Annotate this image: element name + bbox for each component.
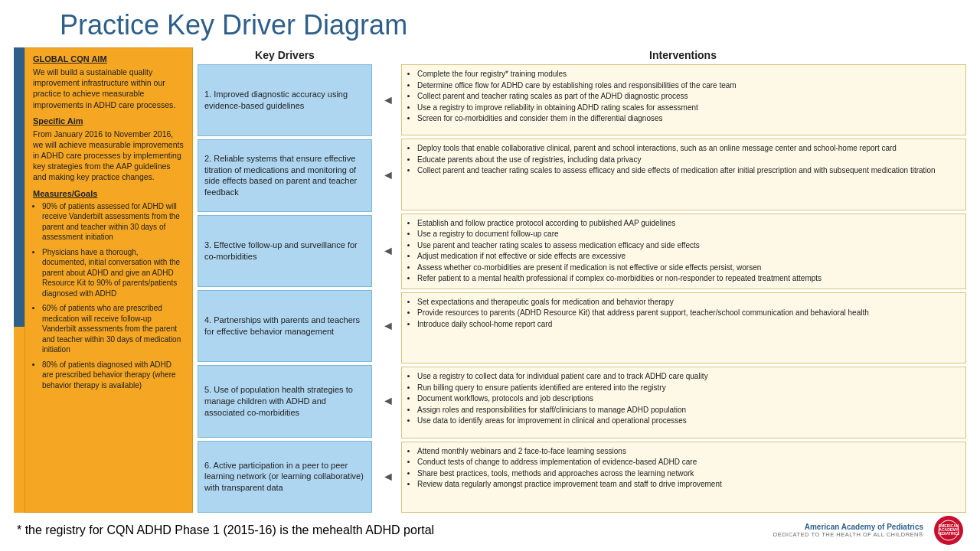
intervention-list-2: Deploy tools that enable collaborative c… (408, 143, 936, 177)
intervention-box-4: Set expectations and therapeutic goals f… (401, 292, 966, 364)
int-2-item-1: Deploy tools that enable collaborative c… (417, 143, 936, 154)
key-drivers-header: Key Drivers (198, 47, 372, 64)
drivers-list: 1. Improved diagnostic accuracy using ev… (198, 64, 372, 513)
accent-top (14, 47, 24, 327)
measures-title: Measures/Goals (33, 189, 185, 198)
int-2-item-2: Educate parents about the use of registr… (417, 155, 936, 165)
driver-6-text: 6. Active participation in a peer to pee… (204, 460, 365, 494)
int-3-item-4: Adjust medication if not effective or si… (417, 251, 822, 262)
driver-1-text: 1. Improved diagnostic accuracy using ev… (204, 89, 365, 112)
arrow-2: ◄ (377, 139, 400, 211)
measures-list: 90% of patients assessed for ADHD will r… (33, 201, 185, 391)
intervention-box-2: Deploy tools that enable collaborative c… (401, 139, 966, 210)
intervention-box-5: Use a registry to collect data for indiv… (401, 367, 966, 438)
accent-bottom (14, 327, 24, 513)
intervention-list-4: Set expectations and therapeutic goals f… (408, 297, 869, 331)
arrow-column: ◄ ◄ ◄ ◄ ◄ ◄ (377, 64, 400, 513)
driver-5-text: 5. Use of population health strategies t… (204, 384, 365, 419)
driver-box-2: 2. Reliable systems that ensure effectiv… (198, 139, 372, 211)
intervention-box-6: Attend monthly webinars and 2 face-to-fa… (401, 442, 966, 513)
int-4-item-2: Provide resources to parents (ADHD Resou… (417, 308, 869, 318)
intervention-box-1: Complete the four registry* training mod… (401, 64, 966, 135)
driver-2-text: 2. Reliable systems that ensure effectiv… (204, 153, 365, 198)
footer-note-text: * the registry for CQN ADHD Phase 1 (201… (17, 523, 434, 536)
driver-3-text: 3. Effective follow-up and surveillance … (204, 240, 365, 262)
int-6-item-2: Conduct tests of change to address imple… (417, 457, 722, 468)
interventions-column: Complete the four registry* training mod… (400, 64, 966, 513)
int-5-item-5: Use data to identify areas for improveme… (417, 416, 708, 426)
measure-item-2: Physicians have a thorough, documented, … (42, 247, 185, 299)
svg-text:PEDIATRICS: PEDIATRICS (938, 531, 959, 536)
int-3-item-1: Establish and follow practice protocol a… (417, 218, 822, 229)
int-2-item-3: Collect parent and teacher rating scales… (417, 165, 936, 176)
int-1-item-2: Determine office flow for ADHD care by e… (417, 80, 737, 91)
int-4-item-3: Introduce daily school-home report card (417, 319, 869, 330)
int-6-item-4: Review data regularly amongst practice i… (417, 479, 722, 490)
aap-logo-svg: AMERICAN ACADEMY PEDIATRICS (938, 520, 959, 541)
int-3-item-3: Use parent and teacher rating scales to … (417, 240, 822, 251)
global-aim-text: We will build a sustainable quality impr… (33, 67, 185, 110)
page: Practice Key Driver Diagram GLOBAL CQN A… (0, 0, 980, 551)
driver-4-text: 4. Partnerships with parents and teacher… (204, 315, 365, 337)
footer-logo-sub: DEDICATED TO THE HEALTH OF ALL CHILDREN® (773, 531, 923, 538)
int-3-item-5: Assess whether co-morbidities are presen… (417, 262, 822, 273)
int-4-item-1: Set expectations and therapeutic goals f… (417, 297, 869, 308)
footer-logo-name: American Academy of Pediatrics (773, 523, 923, 531)
interventions-header: Interventions (400, 47, 966, 64)
int-3-item-6: Refer patient to a mental health profess… (417, 273, 822, 284)
measure-item-1: 90% of patients assessed for ADHD will r… (42, 201, 185, 243)
int-1-item-3: Collect parent and teacher rating scales… (417, 91, 737, 102)
arrow-1: ◄ (377, 64, 400, 136)
driver-box-5: 5. Use of population health strategies t… (198, 365, 372, 437)
specific-aim-text: From January 2016 to November 2016, we w… (33, 129, 185, 183)
footer-note: * the registry for CQN ADHD Phase 1 (201… (17, 523, 434, 537)
measure-item-3: 60% of patients who are prescribed medic… (42, 303, 185, 355)
arrow-5: ◄ (377, 365, 400, 437)
int-6-item-1: Attend monthly webinars and 2 face-to-fa… (417, 446, 722, 457)
int-1-item-1: Complete the four registry* training mod… (417, 69, 737, 80)
aap-logo-circle: AMERICAN ACADEMY PEDIATRICS (934, 516, 963, 545)
interventions-list: Complete the four registry* training mod… (401, 64, 966, 513)
int-1-item-4: Use a registry to improve reliability in… (417, 103, 737, 113)
key-drivers-column: 1. Improved diagnostic accuracy using ev… (193, 64, 377, 513)
arrow-4: ◄ (377, 290, 400, 362)
int-5-item-1: Use a registry to collect data for indiv… (417, 371, 708, 382)
int-1-item-5: Screen for co-morbidities and consider t… (417, 113, 737, 124)
specific-aim-title: Specific Aim (33, 116, 185, 126)
intervention-list-1: Complete the four registry* training mod… (408, 69, 737, 125)
arrows-list: ◄ ◄ ◄ ◄ ◄ ◄ (377, 64, 400, 513)
driver-box-6: 6. Active participation in a peer to pee… (198, 441, 372, 513)
measure-item-4: 80% of patients diagnosed with ADHD are … (42, 360, 185, 391)
left-accent-bar (14, 47, 24, 513)
int-3-item-2: Use a registry to document follow-up car… (417, 229, 822, 240)
intervention-list-5: Use a registry to collect data for indiv… (408, 371, 708, 427)
intervention-list-6: Attend monthly webinars and 2 face-to-fa… (408, 446, 722, 491)
driver-box-1: 1. Improved diagnostic accuracy using ev… (198, 64, 372, 136)
int-6-item-3: Share best practices, tools, methods and… (417, 468, 722, 479)
page-title: Practice Key Driver Diagram (60, 9, 966, 41)
intervention-box-3: Establish and follow practice protocol a… (401, 214, 966, 289)
driver-box-3: 3. Effective follow-up and surveillance … (198, 215, 372, 287)
arrow-3: ◄ (377, 215, 400, 287)
arrow-6: ◄ (377, 441, 400, 513)
int-5-item-3: Document workflows, protocols and job de… (417, 393, 708, 404)
driver-box-4: 4. Partnerships with parents and teacher… (198, 290, 372, 362)
int-5-item-2: Run billing query to ensure patients ide… (417, 383, 708, 393)
footer: * the registry for CQN ADHD Phase 1 (201… (14, 516, 966, 545)
global-aim-title: GLOBAL CQN AIM (33, 54, 185, 64)
global-aim-sidebar: GLOBAL CQN AIM We will build a sustainab… (24, 47, 193, 513)
footer-logo: American Academy of Pediatrics DEDICATED… (773, 516, 963, 545)
int-5-item-4: Assign roles and responsibilities for st… (417, 405, 708, 416)
intervention-list-3: Establish and follow practice protocol a… (408, 218, 822, 285)
